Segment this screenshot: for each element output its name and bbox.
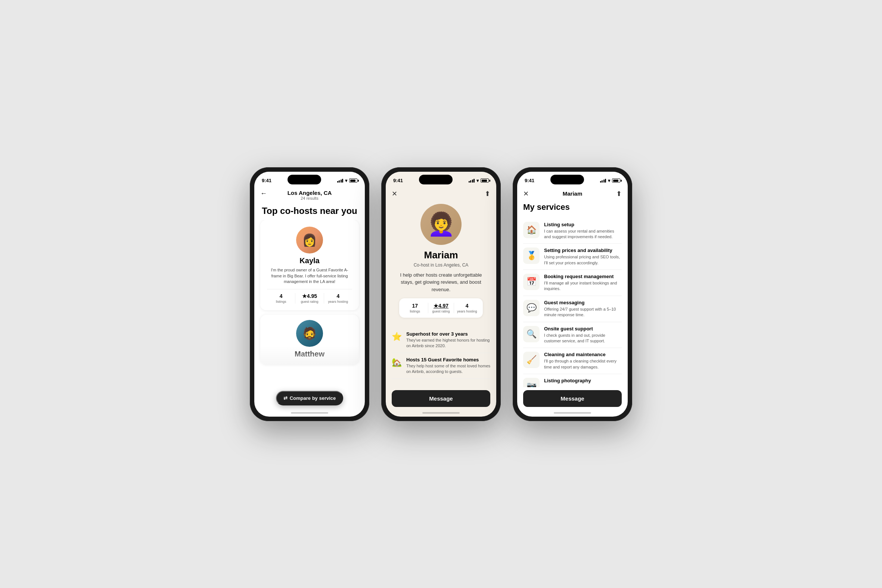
kayla-hosting-label: years hosting bbox=[328, 300, 348, 303]
p1-header: ← Los Angeles, CA 24 results bbox=[254, 188, 365, 204]
service-photography: 📷 Listing photography bbox=[523, 374, 622, 387]
mariam-rating-label: guest rating bbox=[432, 309, 450, 313]
kayla-stat-hosting: 4 years hosting bbox=[324, 293, 352, 303]
home-indicator-2 bbox=[422, 412, 460, 414]
kayla-avatar: 👩 bbox=[296, 226, 323, 254]
phone-1-screen: 9:41 ▾ ← Los Angeles, CA 24 results bbox=[254, 172, 365, 417]
dynamic-island-1 bbox=[288, 175, 321, 184]
mariam-rating-val: ★4.97 bbox=[434, 303, 448, 309]
status-bar-2: 9:41 ▾ bbox=[386, 172, 496, 188]
matthew-name: Matthew bbox=[295, 350, 324, 358]
message-button-2[interactable]: Message bbox=[392, 390, 490, 407]
back-button[interactable]: ← bbox=[260, 190, 267, 198]
time-1: 9:41 bbox=[262, 178, 272, 183]
time-3: 9:41 bbox=[525, 178, 534, 183]
p1-location-title: Los Angeles, CA bbox=[288, 190, 332, 196]
pricing-icon: 🥇 bbox=[526, 251, 537, 261]
close-button-2[interactable]: ✕ bbox=[392, 190, 397, 198]
p2-topbar: ✕ ⬆ bbox=[386, 188, 496, 201]
compare-button[interactable]: ⇄ Compare by service bbox=[276, 391, 344, 405]
mariam-name: Mariam bbox=[424, 249, 458, 261]
message-button-3[interactable]: Message bbox=[523, 390, 622, 407]
mariam-stat-listings: 17 listings bbox=[402, 303, 428, 313]
service-cleaning: 🧹 Cleaning and maintenance I'll go throu… bbox=[523, 348, 622, 374]
kayla-bio: I'm the proud owner of a Guest Favorite … bbox=[267, 267, 352, 285]
superhost-icon: ⭐ bbox=[392, 332, 402, 342]
pricing-icon-wrap: 🥇 bbox=[523, 248, 540, 264]
p3-services-content[interactable]: My services 🏠 Listing setup I can assess… bbox=[517, 201, 628, 387]
mariam-listings-val: 17 bbox=[412, 303, 418, 309]
booking-desc: I'll manage all your instant bookings an… bbox=[544, 280, 622, 292]
photography-icon-wrap: 📷 bbox=[523, 378, 540, 387]
p2-badges-list: ⭐ Superhost for over 3 years They've ear… bbox=[386, 327, 496, 387]
p3-topbar: ✕ Mariam ⬆ bbox=[517, 188, 628, 201]
mariam-location: Co-host in Los Angeles, CA bbox=[414, 262, 469, 268]
superhost-desc: They've earned the highest honors for ho… bbox=[406, 338, 490, 349]
pricing-desc: Using professional pricing and SEO tools… bbox=[544, 254, 622, 266]
mariam-bio: I help other hosts create unforgettable … bbox=[393, 272, 489, 294]
onsite-icon-wrap: 🔍 bbox=[523, 326, 540, 342]
listing-setup-icon-wrap: 🏠 bbox=[523, 222, 540, 238]
close-button-3[interactable]: ✕ bbox=[523, 190, 529, 198]
battery-icon-1 bbox=[349, 178, 357, 183]
matthew-card[interactable]: 🧔 Matthew bbox=[260, 315, 359, 364]
p1-results-count: 24 results bbox=[301, 196, 318, 201]
home-indicator-1 bbox=[291, 412, 328, 414]
service-pricing: 🥇 Setting prices and availability Using … bbox=[523, 244, 622, 270]
kayla-hosting-val: 4 bbox=[336, 293, 339, 299]
battery-icon-2 bbox=[481, 178, 489, 183]
booking-content: Booking request management I'll manage a… bbox=[544, 274, 622, 292]
kayla-stats: 4 listings ★4.95 guest rating 4 years ho… bbox=[267, 289, 352, 303]
mariam-hosting-val: 4 bbox=[466, 303, 469, 309]
p1-page-heading: Top co-hosts near you bbox=[254, 204, 365, 220]
wifi-icon-2: ▾ bbox=[477, 178, 479, 183]
listing-setup-content: Listing setup I can assess your rental a… bbox=[544, 222, 622, 240]
service-listing-setup: 🏠 Listing setup I can assess your rental… bbox=[523, 218, 622, 244]
home-indicator-3 bbox=[554, 412, 591, 414]
dynamic-island-3 bbox=[550, 175, 584, 184]
phone-3: 9:41 ▾ ✕ Mariam ⬆ bbox=[513, 167, 632, 421]
mariam-stats-card: 17 listings ★4.97 guest rating 4 years h… bbox=[399, 298, 483, 318]
onsite-desc: I check guests in and out, provide custo… bbox=[544, 333, 622, 344]
guest-favorite-desc: They help host some of the most loved ho… bbox=[406, 363, 490, 375]
mariam-hosting-label: years hosting bbox=[457, 309, 477, 313]
superhost-title: Superhost for over 3 years bbox=[406, 331, 490, 337]
superhost-badge: ⭐ Superhost for over 3 years They've ear… bbox=[392, 327, 490, 353]
booking-title: Booking request management bbox=[544, 274, 622, 279]
share-button-2[interactable]: ⬆ bbox=[485, 190, 490, 198]
guest-favorite-icon: 🏡 bbox=[392, 358, 402, 368]
wifi-icon-1: ▾ bbox=[345, 178, 347, 183]
service-messaging: 💬 Guest messaging Offering 24/7 guest su… bbox=[523, 296, 622, 322]
listing-setup-icon: 🏠 bbox=[526, 225, 537, 235]
guest-favorite-title: Hosts 15 Guest Favorite homes bbox=[406, 357, 490, 363]
matthew-face: 🧔 bbox=[296, 320, 323, 347]
p3-host-name: Mariam bbox=[563, 190, 582, 197]
signal-icon-2 bbox=[469, 179, 475, 183]
messaging-desc: Offering 24/7 guest support with a 5–10 … bbox=[544, 306, 622, 318]
booking-icon: 📅 bbox=[526, 277, 537, 287]
kayla-rating-label: guest rating bbox=[301, 300, 318, 303]
kayla-rating-val: ★4.95 bbox=[302, 293, 317, 299]
onsite-content: Onsite guest support I check guests in a… bbox=[544, 326, 622, 344]
signal-icon-3 bbox=[600, 179, 606, 183]
phone-2-screen: 9:41 ▾ ✕ ⬆ 👩‍ bbox=[386, 172, 496, 417]
phone-3-screen: 9:41 ▾ ✕ Mariam ⬆ bbox=[517, 172, 628, 417]
phone-1: 9:41 ▾ ← Los Angeles, CA 24 results bbox=[250, 167, 369, 421]
cleaning-icon-wrap: 🧹 bbox=[523, 352, 540, 368]
compare-label: Compare by service bbox=[290, 395, 336, 401]
photography-icon: 📷 bbox=[526, 381, 537, 387]
phone-2: 9:41 ▾ ✕ ⬆ 👩‍ bbox=[381, 167, 501, 421]
p1-cards-list[interactable]: 👩 Kayla I'm the proud owner of a Guest F… bbox=[254, 220, 365, 389]
messaging-content: Guest messaging Offering 24/7 guest supp… bbox=[544, 300, 622, 318]
kayla-card[interactable]: 👩 Kayla I'm the proud owner of a Guest F… bbox=[260, 220, 359, 310]
messaging-title: Guest messaging bbox=[544, 300, 622, 305]
mariam-stat-hosting: 4 years hosting bbox=[454, 303, 480, 313]
signal-icon-1 bbox=[337, 179, 344, 183]
compare-icon: ⇄ bbox=[284, 395, 288, 401]
listing-setup-title: Listing setup bbox=[544, 222, 622, 227]
status-bar-1: 9:41 ▾ bbox=[254, 172, 365, 188]
pricing-title: Setting prices and availability bbox=[544, 248, 622, 253]
cleaning-content: Cleaning and maintenance I'll go through… bbox=[544, 352, 622, 370]
battery-icon-3 bbox=[612, 178, 620, 183]
share-button-3[interactable]: ⬆ bbox=[616, 190, 622, 198]
